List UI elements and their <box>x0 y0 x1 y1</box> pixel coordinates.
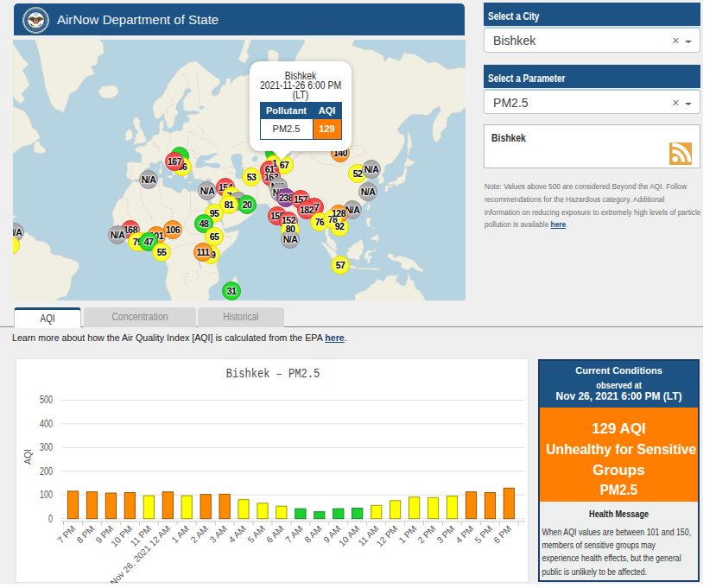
svg-text:100: 100 <box>40 489 53 501</box>
svg-text:7 AM: 7 AM <box>283 524 304 545</box>
svg-text:2 PM: 2 PM <box>416 524 438 546</box>
svg-text:3 PM: 3 PM <box>435 524 457 546</box>
svg-text:3 AM: 3 AM <box>208 524 229 545</box>
svg-text:10 AM: 10 AM <box>337 524 361 548</box>
svg-text:12 PM: 12 PM <box>375 524 400 549</box>
svg-text:4 PM: 4 PM <box>454 524 476 546</box>
svg-text:7 PM: 7 PM <box>56 524 78 546</box>
svg-text:8 AM: 8 AM <box>302 524 323 545</box>
svg-text:200: 200 <box>40 465 53 477</box>
svg-text:5 AM: 5 AM <box>246 524 267 545</box>
svg-text:4 AM: 4 AM <box>227 524 248 545</box>
svg-text:5 PM: 5 PM <box>473 524 495 546</box>
svg-text:10 PM: 10 PM <box>109 524 134 549</box>
svg-text:2 AM: 2 AM <box>189 524 210 545</box>
svg-text:0: 0 <box>48 513 53 525</box>
svg-text:400: 400 <box>40 418 53 430</box>
svg-text:8 PM: 8 PM <box>75 524 97 546</box>
svg-text:300: 300 <box>40 441 53 453</box>
svg-text:6 PM: 6 PM <box>491 524 513 546</box>
svg-text:6 AM: 6 AM <box>264 524 285 545</box>
svg-text:1 AM: 1 AM <box>170 524 191 545</box>
svg-text:AQI: AQI <box>22 449 33 465</box>
svg-text:1 PM: 1 PM <box>397 524 419 546</box>
svg-text:500: 500 <box>40 394 53 406</box>
